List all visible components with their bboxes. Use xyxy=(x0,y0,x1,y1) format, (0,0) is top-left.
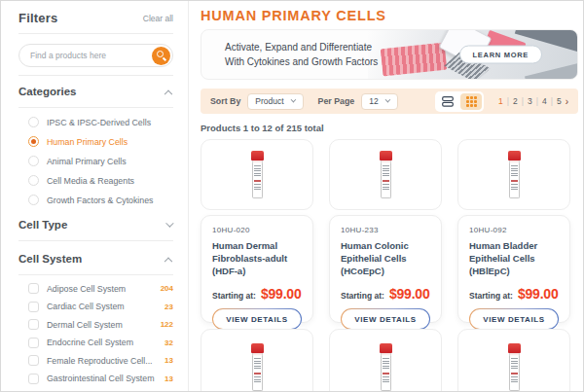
product-name[interactable]: Human Bladder Epithelial Cells (HBlEpC) xyxy=(469,240,559,277)
product-info: 10HU-233 Human Colonic Epithelial Cells … xyxy=(329,215,442,323)
list-view-button[interactable] xyxy=(437,93,458,110)
clear-all-link[interactable]: Clear all xyxy=(143,14,173,23)
product-image[interactable] xyxy=(329,139,442,210)
pagination-page-3[interactable]: 3 xyxy=(528,96,532,106)
divider xyxy=(18,75,173,76)
grid-view-button[interactable] xyxy=(460,93,482,110)
product-image[interactable] xyxy=(329,329,442,391)
product-sku: 10HU-092 xyxy=(469,226,559,234)
sort-select[interactable]: Product xyxy=(247,93,303,110)
cell-system-item-endocrine[interactable]: Endocrine Cell System32 xyxy=(28,338,173,348)
cell-system-section-header[interactable]: Cell System xyxy=(18,251,173,267)
product-image[interactable] xyxy=(201,329,313,391)
categories-list: IPSC & IPSC-Derived Cells Human Primary … xyxy=(18,117,173,205)
search-button[interactable] xyxy=(152,47,170,65)
checkbox-icon xyxy=(28,355,39,366)
category-option-growth-factors[interactable]: Growth Factors & Cytokines xyxy=(28,195,173,205)
product-search xyxy=(18,44,173,67)
radio-icon xyxy=(28,195,39,205)
per-page-select[interactable]: 12 xyxy=(361,93,397,110)
item-count: 13 xyxy=(164,374,173,383)
category-option-human-primary-cells[interactable]: Human Primary Cells xyxy=(28,136,173,147)
pagination-separator: | xyxy=(536,96,538,106)
view-toggle xyxy=(435,91,484,112)
item-count: 13 xyxy=(164,356,173,365)
item-count: 204 xyxy=(161,284,173,293)
product-info: 10HU-020 Human Dermal Fibroblasts-adult … xyxy=(201,215,313,323)
starting-at-label: Starting at: xyxy=(469,291,513,301)
filters-title: Filters xyxy=(18,11,57,25)
main-content: HUMAN PRIMARY CELLS Activate, Expand and… xyxy=(189,1,583,391)
product-card xyxy=(457,329,570,391)
checkbox-icon xyxy=(28,302,39,312)
chevron-down-icon xyxy=(165,219,173,227)
pagination-page-4[interactable]: 4 xyxy=(542,96,547,106)
view-details-button[interactable]: VIEW DETAILS xyxy=(469,308,559,330)
product-image[interactable] xyxy=(457,139,570,210)
product-info: 10HU-092 Human Bladder Epithelial Cells … xyxy=(457,215,570,323)
radio-icon xyxy=(28,117,39,127)
results-summary: Products 1 to 12 of 215 total xyxy=(201,123,578,133)
vial-image xyxy=(380,151,392,198)
product-image[interactable] xyxy=(457,329,570,391)
pagination-page-1[interactable]: 1 xyxy=(498,96,503,106)
pagination-page-5[interactable]: 5 xyxy=(557,96,562,106)
cell-system-item-gastrointestinal[interactable]: Gastrointestinal Cell System13 xyxy=(28,374,173,384)
per-page-label: Per Page xyxy=(318,96,355,106)
cell-system-item-cardiac[interactable]: Cardiac Cell System23 xyxy=(28,302,173,312)
cell-system-item-female-reproductive[interactable]: Female Reproductive Cell...13 xyxy=(28,355,173,366)
product-price: $99.00 xyxy=(261,286,302,302)
pagination-page-2[interactable]: 2 xyxy=(513,96,518,106)
divider xyxy=(18,274,173,275)
learn-more-button[interactable]: LEARN MORE xyxy=(459,46,542,64)
view-details-button[interactable]: VIEW DETAILS xyxy=(341,308,430,330)
toolbar: Sort By Product Per Page 12 xyxy=(201,89,578,114)
pagination-separator: | xyxy=(507,96,509,106)
product-card xyxy=(329,329,442,391)
product-name[interactable]: Human Colonic Epithelial Cells (HCoEpC) xyxy=(341,240,430,277)
page: Filters Clear all Categories IPSC & IPSC… xyxy=(0,0,584,392)
divider xyxy=(18,240,173,241)
radio-icon xyxy=(28,156,39,166)
product-price: $99.00 xyxy=(518,286,559,302)
item-count: 122 xyxy=(161,320,173,329)
view-details-button[interactable]: VIEW DETAILS xyxy=(212,308,302,330)
pagination-next-icon[interactable]: › xyxy=(566,96,568,107)
product-image[interactable] xyxy=(201,139,313,210)
promo-banner[interactable]: Activate, Expand and Differentiate With … xyxy=(201,29,578,80)
chevron-up-icon xyxy=(164,258,172,266)
cell-system-item-adipose[interactable]: Adipose Cell System204 xyxy=(28,283,173,294)
product-name[interactable]: Human Dermal Fibroblasts-adult (HDF-a) xyxy=(212,240,302,277)
gray-corner-shape xyxy=(525,62,578,80)
banner-line1: Activate, Expand and Differentiate xyxy=(225,40,378,54)
product-sku: 10HU-020 xyxy=(212,226,302,234)
sort-by-label: Sort By xyxy=(210,96,240,106)
product-sku: 10HU-233 xyxy=(341,226,430,234)
category-option-animal-primary-cells[interactable]: Animal Primary Cells xyxy=(28,156,173,166)
item-count: 32 xyxy=(164,339,173,347)
product-card: 10HU-020 Human Dermal Fibroblasts-adult … xyxy=(201,139,313,323)
starting-at-label: Starting at: xyxy=(341,291,384,301)
item-count: 23 xyxy=(164,303,173,311)
search-input[interactable] xyxy=(18,44,173,67)
checkbox-icon xyxy=(28,319,39,330)
chevron-up-icon xyxy=(164,90,172,98)
banner-text: Activate, Expand and Differentiate With … xyxy=(225,40,378,69)
sort-select-value: Product xyxy=(255,96,283,106)
cell-system-item-dermal[interactable]: Dermal Cell System122 xyxy=(28,319,173,330)
categories-section-header[interactable]: Categories xyxy=(18,84,173,99)
vial-image xyxy=(380,343,392,391)
cell-type-section-header[interactable]: Cell Type xyxy=(18,217,173,232)
divider xyxy=(18,107,173,108)
category-option-ipsc[interactable]: IPSC & IPSC-Derived Cells xyxy=(28,117,173,127)
radio-icon xyxy=(28,175,39,186)
category-option-cell-media[interactable]: Cell Media & Reagents xyxy=(28,175,173,186)
chevron-down-icon xyxy=(290,97,296,103)
vial-image xyxy=(251,151,264,198)
product-card: 10HU-092 Human Bladder Epithelial Cells … xyxy=(457,139,570,323)
vial-image xyxy=(251,343,264,391)
filters-sidebar: Filters Clear all Categories IPSC & IPSC… xyxy=(1,1,189,391)
categories-title: Categories xyxy=(18,86,76,97)
cell-system-title: Cell System xyxy=(18,253,82,265)
grid-view-icon xyxy=(466,96,477,107)
